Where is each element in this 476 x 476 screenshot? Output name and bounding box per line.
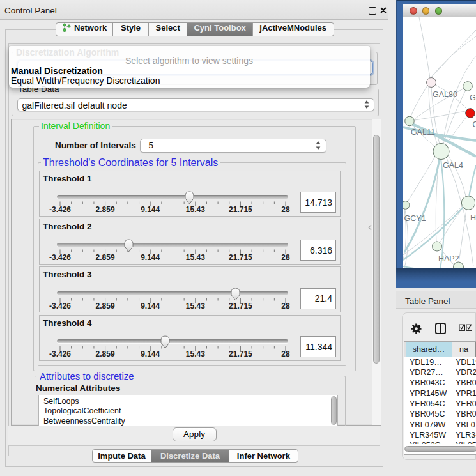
svg-text:GAL11: GAL11	[411, 128, 435, 137]
svg-text:GAL4: GAL4	[443, 161, 463, 170]
svg-text:GAL: GAL	[470, 93, 476, 102]
svg-text:GAL80: GAL80	[433, 90, 457, 99]
svg-text:HI: HI	[470, 213, 476, 222]
svg-text:GCY1: GCY1	[404, 214, 426, 223]
svg-text:HAP2: HAP2	[438, 254, 459, 263]
svg-text:CA: CA	[473, 120, 476, 129]
